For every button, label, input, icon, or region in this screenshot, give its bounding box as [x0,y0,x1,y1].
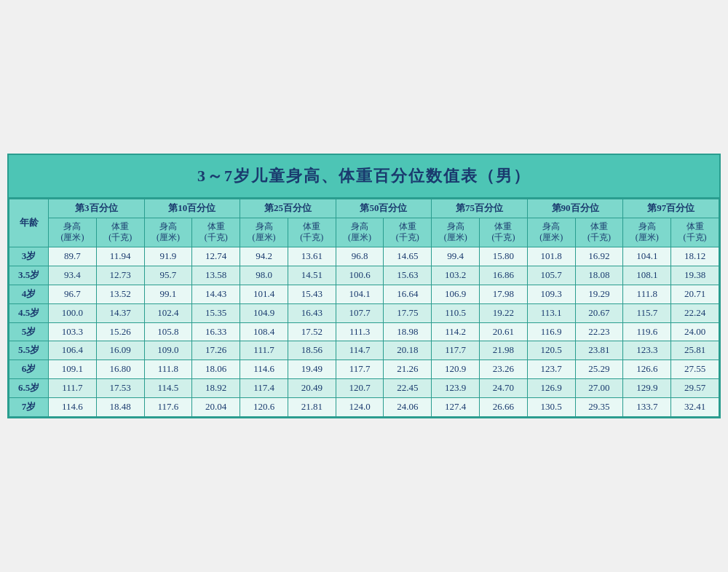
data-cell: 23.81 [575,341,623,360]
data-cell: 104.1 [623,247,671,266]
data-cell: 111.8 [144,360,192,379]
data-cell: 17.26 [192,341,240,360]
data-cell: 104.1 [336,285,384,303]
data-cell: 29.35 [575,398,623,417]
data-cell: 16.86 [480,266,528,285]
data-cell: 20.18 [384,341,432,360]
data-cell: 123.7 [527,360,575,379]
sub-h8: 体重(千克) [384,218,432,247]
data-cell: 120.7 [336,379,384,398]
data-cell: 19.49 [288,360,336,379]
sub-h4: 体重(千克) [192,218,240,247]
data-cell: 19.29 [575,285,623,303]
sub-h11: 身高(厘米) [527,218,575,247]
age-cell: 3岁 [9,247,49,266]
data-cell: 96.7 [49,285,97,303]
data-cell: 133.7 [623,398,671,417]
table-row: 6.5岁111.717.53114.518.92117.420.49120.72… [9,379,719,398]
data-cell: 114.5 [144,379,192,398]
data-cell: 120.9 [432,360,480,379]
data-cell: 18.48 [96,398,144,417]
data-cell: 117.7 [432,341,480,360]
sub-h1: 身高(厘米) [49,218,97,247]
data-cell: 111.7 [240,341,288,360]
data-cell: 18.06 [192,360,240,379]
data-cell: 24.00 [671,322,719,341]
data-cell: 104.9 [240,303,288,322]
sub-h14: 体重(千克) [671,218,719,247]
data-cell: 20.61 [480,322,528,341]
data-cell: 89.7 [49,247,97,266]
data-cell: 14.51 [288,266,336,285]
data-cell: 15.26 [96,322,144,341]
data-cell: 20.67 [575,303,623,322]
data-cell: 11.94 [96,247,144,266]
data-cell: 17.75 [384,303,432,322]
sub-h2: 体重(千克) [96,218,144,247]
data-cell: 100.6 [336,266,384,285]
main-container: 3～7岁儿童身高、体重百分位数值表（男） 年龄 第3百分位 第10百分位 第25… [7,154,721,418]
data-cell: 20.49 [288,379,336,398]
data-cell: 107.7 [336,303,384,322]
age-cell: 7岁 [9,398,49,417]
age-cell: 4.5岁 [9,303,49,322]
data-cell: 15.35 [192,303,240,322]
age-cell: 5岁 [9,322,49,341]
data-cell: 18.98 [384,322,432,341]
data-cell: 109.1 [49,360,97,379]
data-cell: 15.80 [480,247,528,266]
data-cell: 120.5 [527,341,575,360]
table-row: 6岁109.116.80111.818.06114.619.49117.721.… [9,360,719,379]
data-cell: 14.37 [96,303,144,322]
data-cell: 21.81 [288,398,336,417]
data-cell: 114.6 [240,360,288,379]
data-cell: 32.41 [671,398,719,417]
table-row: 5岁103.315.26105.816.33108.417.52111.318.… [9,322,719,341]
data-cell: 17.52 [288,322,336,341]
col-p75: 第75百分位 [432,199,528,218]
data-cell: 119.6 [623,322,671,341]
data-cell: 17.53 [96,379,144,398]
table-row: 3岁89.711.9491.912.7494.213.6196.814.6599… [9,247,719,266]
data-cell: 102.4 [144,303,192,322]
col-p10: 第10百分位 [144,199,240,218]
data-cell: 15.63 [384,266,432,285]
data-cell: 19.38 [671,266,719,285]
data-cell: 120.6 [240,398,288,417]
data-cell: 27.00 [575,379,623,398]
data-cell: 126.9 [527,379,575,398]
data-cell: 15.43 [288,285,336,303]
table-row: 5.5岁106.416.09109.017.26111.718.56114.72… [9,341,719,360]
data-cell: 113.1 [527,303,575,322]
data-cell: 27.55 [671,360,719,379]
data-cell: 16.64 [384,285,432,303]
data-cell: 18.56 [288,341,336,360]
data-cell: 114.7 [336,341,384,360]
data-cell: 13.61 [288,247,336,266]
table-row: 4岁96.713.5299.114.43101.415.43104.116.64… [9,285,719,303]
data-cell: 116.9 [527,322,575,341]
data-cell: 13.52 [96,285,144,303]
table-title: 3～7岁儿童身高、体重百分位数值表（男） [9,155,719,199]
header-row-sub: 身高(厘米) 体重(千克) 身高(厘米) 体重(千克) 身高(厘米) 体重(千克… [9,218,719,247]
data-cell: 117.4 [240,379,288,398]
col-p50: 第50百分位 [336,199,432,218]
data-cell: 22.45 [384,379,432,398]
age-cell: 6岁 [9,360,49,379]
data-cell: 98.0 [240,266,288,285]
data-cell: 123.3 [623,341,671,360]
data-cell: 21.98 [480,341,528,360]
data-cell: 94.2 [240,247,288,266]
data-cell: 20.71 [671,285,719,303]
col-p25: 第25百分位 [240,199,336,218]
data-cell: 16.33 [192,322,240,341]
table-row: 7岁114.618.48117.620.04120.621.81124.024.… [9,398,719,417]
data-cell: 103.3 [49,322,97,341]
data-cell: 123.9 [432,379,480,398]
data-cell: 114.2 [432,322,480,341]
data-cell: 25.81 [671,341,719,360]
data-cell: 117.7 [336,360,384,379]
col-p97: 第97百分位 [623,199,719,218]
col-p90: 第90百分位 [527,199,623,218]
data-cell: 22.24 [671,303,719,322]
